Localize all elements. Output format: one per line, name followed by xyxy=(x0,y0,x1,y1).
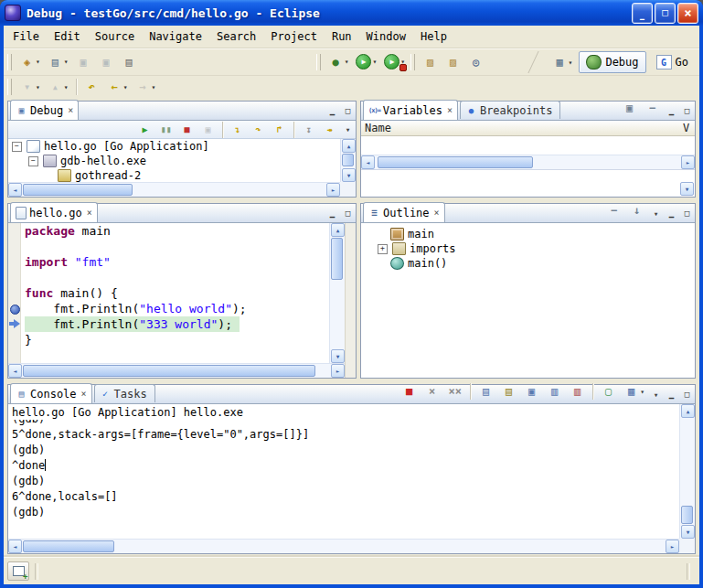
tab-hello-go[interactable]: hello.go× xyxy=(10,202,98,222)
step-over-button[interactable]: ↷ xyxy=(249,121,268,139)
menu-edit[interactable]: Edit xyxy=(47,27,88,46)
scroll-right-button[interactable]: ► xyxy=(666,540,679,553)
tab-variables[interactable]: Variables× xyxy=(363,100,458,120)
dropdown-arrow-icon[interactable]: ▾ xyxy=(36,83,40,91)
dropdown-arrow-icon[interactable]: ▾ xyxy=(151,83,155,91)
show-type-names-button[interactable]: ▣ xyxy=(619,96,640,120)
dropdown-arrow-icon[interactable]: ▾ xyxy=(123,83,128,91)
scroll-down-button[interactable]: ▼ xyxy=(331,349,345,363)
debug-button[interactable]: ●▾ xyxy=(325,50,352,74)
show-on-stdout-button[interactable]: ▥ xyxy=(544,380,565,403)
code-line[interactable] xyxy=(25,239,329,254)
dropdown-arrow-icon[interactable]: ▾ xyxy=(569,59,573,67)
vertical-scrollbar[interactable]: ▲ ▼ xyxy=(679,404,695,539)
dropdown-arrow-icon[interactable]: ▾ xyxy=(64,83,69,91)
dropdown-arrow-icon[interactable]: ▾ xyxy=(345,58,349,66)
variables-detail-pane[interactable]: ▼ xyxy=(361,169,695,197)
collapse-toggle-icon[interactable]: − xyxy=(28,156,38,166)
expand-toggle-icon[interactable]: + xyxy=(378,244,388,254)
dropdown-arrow-icon[interactable]: ▾ xyxy=(36,58,40,66)
maximize-view-button[interactable]: □ xyxy=(340,104,356,118)
column-name[interactable]: Name xyxy=(365,122,683,134)
tree-item[interactable]: −hello.go [Go Application] xyxy=(8,139,340,154)
clear-console-button[interactable]: ▤ xyxy=(475,380,496,403)
scrollbar-thumb[interactable] xyxy=(681,506,693,524)
collapse-toggle-icon[interactable]: − xyxy=(12,142,22,152)
instruction-pointer-marker[interactable] xyxy=(9,319,20,328)
menu-project[interactable]: Project xyxy=(263,27,325,46)
scroll-lock-button[interactable]: ▤ xyxy=(498,380,519,403)
code-line[interactable]: package main xyxy=(25,223,329,239)
resume-button[interactable]: ▶ xyxy=(135,121,154,139)
save-button[interactable]: ▣ xyxy=(73,50,94,74)
suspend-button[interactable]: ▮▮ xyxy=(156,121,176,139)
forward-button[interactable]: →▾ xyxy=(132,75,158,99)
view-menu-icon[interactable]: ▼ xyxy=(340,123,356,136)
pin-console-button[interactable]: ▣ xyxy=(521,380,542,403)
maximize-view-button[interactable]: □ xyxy=(679,207,695,220)
tab-debug[interactable]: Debug× xyxy=(10,100,79,120)
open-resource-button[interactable]: ▨ xyxy=(420,50,441,74)
dropdown-arrow-icon[interactable]: ▾ xyxy=(372,58,377,66)
perspective-button-debug[interactable]: Debug xyxy=(579,51,645,73)
maximize-button[interactable]: □ xyxy=(655,3,676,24)
scroll-down-button[interactable]: ▼ xyxy=(342,168,356,182)
scrollbar-thumb[interactable] xyxy=(23,540,114,552)
terminate-button[interactable]: ■ xyxy=(177,121,197,139)
menu-file[interactable]: File xyxy=(5,27,47,46)
tab-outline[interactable]: Outline× xyxy=(363,202,445,222)
sort-button[interactable]: ↓ xyxy=(626,198,647,222)
collapse-all-button[interactable]: − xyxy=(603,198,624,222)
scroll-right-button[interactable]: ► xyxy=(326,183,340,197)
last-edit-location-button[interactable]: ↶ xyxy=(81,75,102,99)
tab-console[interactable]: Console× xyxy=(10,383,92,403)
display-selected-console-button[interactable]: ▢ xyxy=(598,380,619,403)
minimize-view-button[interactable]: ▁ xyxy=(664,207,679,220)
variables-table-area[interactable] xyxy=(361,136,695,155)
scroll-right-button[interactable]: ► xyxy=(681,155,695,169)
previous-annotation-button[interactable]: ▴▾ xyxy=(45,75,71,99)
horizontal-scrollbar[interactable]: ◄ ► xyxy=(8,363,345,378)
scrollbar-thumb[interactable] xyxy=(331,238,343,280)
tree-item[interactable]: −gdb-hello.exe xyxy=(8,154,340,168)
close-icon[interactable]: × xyxy=(434,208,440,218)
minimize-button[interactable]: ▁ xyxy=(632,3,653,24)
scroll-down-button[interactable]: ▼ xyxy=(680,182,694,196)
scrollbar-thumb[interactable] xyxy=(23,365,315,377)
menu-navigate[interactable]: Navigate xyxy=(142,27,209,46)
step-return-button[interactable]: ↱ xyxy=(270,121,289,139)
new-wizard-button[interactable]: ◈▾ xyxy=(16,50,43,74)
close-icon[interactable]: × xyxy=(447,105,453,115)
minimize-view-button[interactable]: ▁ xyxy=(325,104,340,118)
open-perspective-button[interactable]: ▦ ▾ xyxy=(549,50,576,74)
maximize-view-button[interactable]: □ xyxy=(340,207,356,220)
run-button[interactable]: ▶▾ xyxy=(353,50,379,74)
remove-all-terminated-button[interactable]: ×× xyxy=(444,380,465,403)
menu-source[interactable]: Source xyxy=(88,27,142,46)
code-line[interactable]: func main() { xyxy=(25,285,329,301)
horizontal-scrollbar[interactable]: ◄ ► xyxy=(8,182,340,197)
perspective-button-go[interactable]: Go xyxy=(649,51,696,73)
drop-to-frame-button[interactable]: ↧ xyxy=(299,121,318,139)
use-step-filters-button[interactable]: ↠ xyxy=(320,121,339,139)
menu-run[interactable]: Run xyxy=(325,27,359,46)
menu-help[interactable]: Help xyxy=(413,27,454,46)
tree-item[interactable]: +imports xyxy=(374,241,695,256)
save-all-button[interactable]: ▣ xyxy=(96,50,117,74)
code-line[interactable]: } xyxy=(25,332,329,347)
scroll-left-button[interactable]: ◄ xyxy=(8,364,22,378)
open-type-button[interactable]: ▨ xyxy=(442,50,463,74)
horizontal-scrollbar[interactable]: ◄ ► xyxy=(8,539,679,553)
new-element-button[interactable]: ▤▾ xyxy=(45,50,71,74)
column-value[interactable]: V xyxy=(683,122,691,134)
next-annotation-button[interactable]: ▾▾ xyxy=(16,75,43,99)
external-tools-button[interactable]: ▶▾ xyxy=(381,50,408,74)
titlebar[interactable]: Debug - testGo/src/cmd/hello.go - Eclips… xyxy=(0,0,703,26)
code-line[interactable]: fmt.Println("333 world"); xyxy=(25,316,329,332)
scrollbar-thumb[interactable] xyxy=(23,184,133,196)
scroll-left-button[interactable]: ◄ xyxy=(8,183,22,197)
close-button[interactable]: × xyxy=(677,3,698,24)
close-icon[interactable]: × xyxy=(68,105,73,115)
menu-search[interactable]: Search xyxy=(209,27,263,46)
code-line[interactable] xyxy=(25,270,329,285)
